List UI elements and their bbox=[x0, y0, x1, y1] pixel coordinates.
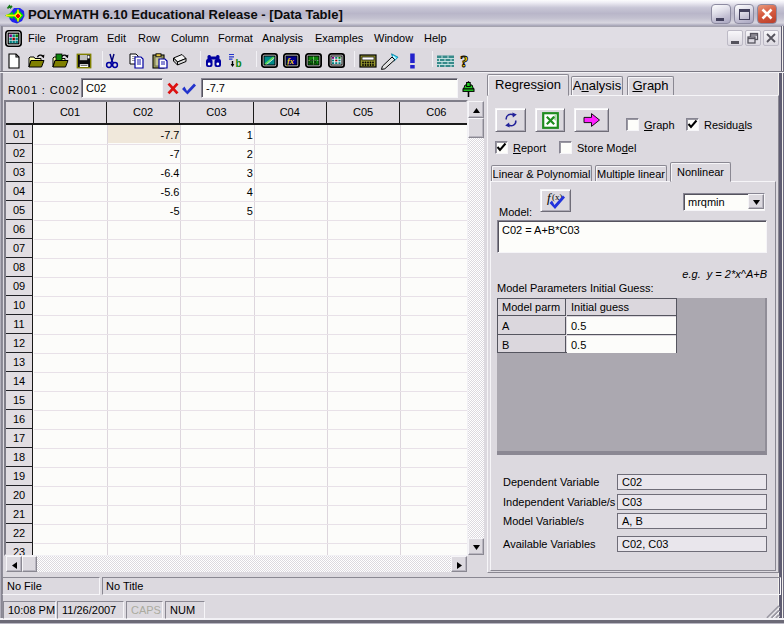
svg-text:dx: dx bbox=[309, 58, 317, 65]
svg-text:b: b bbox=[235, 58, 241, 69]
svg-text:?: ? bbox=[460, 53, 469, 70]
